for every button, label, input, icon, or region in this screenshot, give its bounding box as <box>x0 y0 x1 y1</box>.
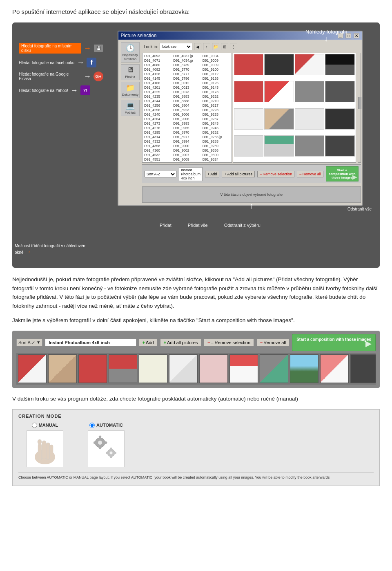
file-item[interactable]: D91_9217 <box>202 103 231 107</box>
strip-photo[interactable] <box>320 354 349 383</box>
file-item[interactable]: D91_0073 <box>172 90 201 94</box>
file-item[interactable]: D91_9112 <box>202 72 231 76</box>
lookin-select[interactable]: fotoknize <box>160 43 192 50</box>
strip-photo[interactable] <box>78 354 107 383</box>
file-item[interactable]: D91_8923 <box>172 108 201 112</box>
add-all-button-small[interactable]: + Add all pictures <box>160 338 202 347</box>
auto-radio[interactable] <box>89 423 95 428</box>
add-button-small[interactable]: + Add <box>139 338 158 347</box>
manual-radio[interactable] <box>32 423 37 428</box>
file-item[interactable]: D91_9126 <box>202 76 231 81</box>
file-item[interactable]: D91_4532 <box>143 153 172 157</box>
view-button[interactable]: ⊞ <box>221 43 228 50</box>
file-item[interactable]: D91_9283 <box>202 139 231 143</box>
thumbnail[interactable] <box>234 108 263 130</box>
strip-photo[interactable] <box>139 354 167 383</box>
strip-photo[interactable] <box>260 354 288 383</box>
thumbnail[interactable] <box>295 108 324 130</box>
thumbnail[interactable] <box>264 108 294 130</box>
file-item[interactable]: D91_0013 <box>172 85 201 90</box>
remove-selection-button-small[interactable]: – – Remove selection <box>204 338 254 347</box>
thumbnail[interactable] <box>295 135 324 157</box>
sidebar-docs[interactable]: 📁 Dokumenty <box>121 82 140 98</box>
file-item[interactable]: D91_4314 <box>143 135 172 139</box>
strip-photo[interactable] <box>109 354 137 383</box>
thumbnail[interactable] <box>264 135 294 157</box>
file-item[interactable]: D91_9262 <box>202 130 231 134</box>
add-button[interactable]: + Add <box>205 171 219 177</box>
file-item[interactable]: D91_4080 <box>143 63 172 67</box>
file-item[interactable]: D91_9006 <box>172 112 201 116</box>
file-item[interactable]: D91_9262 <box>202 94 231 99</box>
file-item[interactable]: D91_3777 <box>172 72 201 76</box>
strip-photo[interactable] <box>169 354 198 383</box>
file-item[interactable]: D91_4264 <box>143 117 172 121</box>
thumbnail[interactable] <box>264 81 294 102</box>
thumbnail[interactable] <box>325 135 354 157</box>
file-item[interactable]: D91_4240 <box>143 112 172 116</box>
file-item[interactable]: D91_9009 <box>202 63 231 67</box>
file-item[interactable]: D91_9100 <box>202 67 231 72</box>
file-item[interactable]: D91_4128 <box>143 72 172 76</box>
file-item[interactable]: D91_4360 <box>143 148 172 152</box>
scrollbar-thumb[interactable] <box>358 97 361 109</box>
file-item[interactable]: D91_3796 <box>172 76 201 81</box>
file-item[interactable]: D91_9009 <box>172 157 201 161</box>
file-item[interactable]: D91_4166 <box>143 81 172 85</box>
file-item[interactable]: D91_9237 <box>202 117 231 121</box>
file-item[interactable]: D91_4201 <box>143 85 172 90</box>
file-item[interactable]: D91_4256 <box>143 108 172 112</box>
file-item[interactable]: D91_9006 <box>172 117 201 121</box>
back-button[interactable]: ◀ <box>194 43 201 50</box>
file-item[interactable]: D91_8977 <box>172 135 201 139</box>
remove-selection-button[interactable]: – Remove selection <box>257 171 294 177</box>
file-item[interactable]: D91_9266.jp <box>202 135 231 139</box>
sort-control-small[interactable]: Sort A-Z ▼ <box>16 339 42 346</box>
up-button[interactable]: ↑ <box>203 43 210 50</box>
sort-dropdown-icon[interactable]: ▼ <box>36 340 40 345</box>
strip-photo[interactable] <box>18 354 47 383</box>
file-item[interactable]: D91_3739 <box>172 63 201 67</box>
remove-all-button-small[interactable]: – Remove all <box>256 338 290 347</box>
add-all-button[interactable]: + Add all pictures <box>222 171 255 177</box>
file-item[interactable]: D91_4332 <box>143 139 172 143</box>
file-item[interactable]: D91_4235 <box>143 94 172 99</box>
file-item[interactable]: D91_4256 <box>143 103 172 107</box>
file-item[interactable]: D91_8883 <box>172 94 201 99</box>
file-item[interactable]: D91_4093 <box>143 54 172 58</box>
thumbnail[interactable] <box>264 54 294 75</box>
file-item[interactable]: D91_9009 <box>202 58 231 63</box>
file-item[interactable]: D91_4071 <box>143 58 172 63</box>
strip-photo[interactable] <box>350 354 376 383</box>
file-item[interactable]: D91_4092 <box>143 67 172 72</box>
options-button[interactable]: ⋮ <box>230 43 237 50</box>
sidebar-desktop[interactable]: 🖥 Plocha <box>121 64 140 80</box>
file-item[interactable]: D91_8993 <box>172 121 201 125</box>
file-item[interactable]: D91_8804 <box>172 103 201 107</box>
thumbnail[interactable] <box>234 81 263 102</box>
thumbnail[interactable] <box>325 54 354 75</box>
thumbnail[interactable] <box>325 81 354 102</box>
manual-radio-label[interactable]: MANUAL <box>32 423 58 428</box>
file-item[interactable]: D91_4244 <box>143 99 172 103</box>
file-item[interactable]: D91_4295 <box>143 130 172 134</box>
file-item[interactable]: D91_9007 <box>172 153 201 157</box>
file-item[interactable]: D91_4145 <box>143 76 172 81</box>
strip-photo[interactable] <box>290 354 318 383</box>
file-item[interactable]: D91_8888 <box>172 99 201 103</box>
new-folder-button[interactable]: 📁 <box>212 43 219 50</box>
strip-photo[interactable] <box>229 354 258 383</box>
file-item[interactable]: D91_4551 <box>143 157 172 161</box>
file-item[interactable]: D91_9000 <box>172 144 201 148</box>
file-item[interactable]: D91_9300 <box>202 153 231 157</box>
file-item[interactable]: D91_4358 <box>143 144 172 148</box>
file-item[interactable]: D91_3770 <box>172 67 201 72</box>
file-item[interactable]: D91_9289 <box>202 144 231 148</box>
close-button[interactable]: ✕ <box>354 33 359 38</box>
file-item[interactable]: D91_9356 <box>202 148 231 152</box>
thumbnail[interactable] <box>234 54 263 75</box>
sort-control[interactable]: Sort A-Z Sort Z-A Sort manually <box>145 171 176 177</box>
file-item[interactable]: D91_0965 <box>172 126 201 130</box>
file-item[interactable]: D91_4273 <box>143 121 172 125</box>
sidebar-computer[interactable]: 💻 Počítač <box>121 100 140 116</box>
